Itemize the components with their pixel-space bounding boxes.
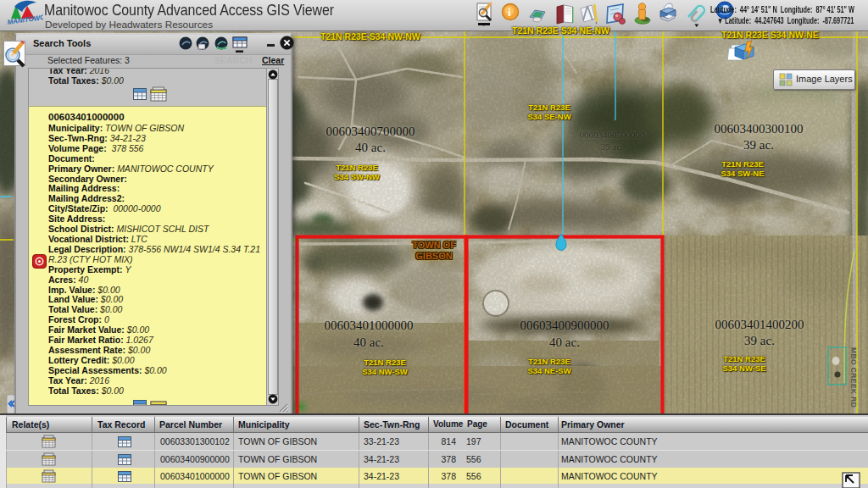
svg-text:MBO CREEK RD: MBO CREEK RD <box>849 347 858 408</box>
